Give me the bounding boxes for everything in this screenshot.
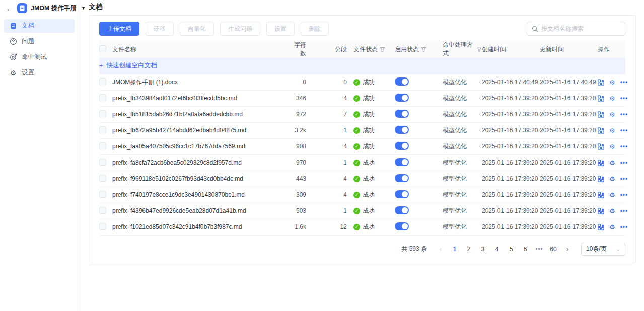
page-button-6[interactable]: 6: [520, 244, 531, 255]
row-checkbox[interactable]: [99, 78, 106, 85]
row-checkbox[interactable]: [99, 126, 106, 133]
page-button-60[interactable]: 60: [548, 244, 559, 255]
enable-toggle[interactable]: [395, 126, 409, 134]
gear-icon[interactable]: ⚙: [609, 79, 615, 86]
sidebar-item-question[interactable]: 问题: [4, 35, 75, 48]
segments-icon[interactable]: [598, 79, 604, 86]
col-file-status[interactable]: 文件状态: [353, 41, 395, 58]
segments-icon[interactable]: [598, 191, 604, 198]
page-button-5[interactable]: 5: [506, 244, 517, 255]
gear-icon[interactable]: ⚙: [609, 191, 615, 198]
char-count: 309: [289, 187, 319, 203]
enable-toggle[interactable]: [395, 222, 409, 230]
gear-icon[interactable]: ⚙: [609, 207, 615, 214]
success-check-icon: ✓: [353, 192, 360, 198]
gear-icon[interactable]: ⚙: [609, 223, 615, 230]
file-status: ✓成功: [353, 142, 375, 151]
row-checkbox[interactable]: [99, 191, 106, 198]
more-actions-icon[interactable]: •••: [620, 111, 628, 118]
toolbar-button-3[interactable]: 设置: [266, 22, 295, 36]
file-name[interactable]: prefix_fb51815dab26d71bf2a0afa6addedcbb.…: [112, 111, 243, 118]
page-button-3[interactable]: 3: [477, 244, 488, 255]
enable-toggle[interactable]: [395, 174, 409, 182]
sidebar-item-gear[interactable]: ⚙设置: [4, 66, 75, 80]
page-button-1[interactable]: 1: [449, 244, 460, 255]
row-checkbox[interactable]: [99, 94, 106, 101]
segments-icon[interactable]: [598, 95, 604, 102]
gear-icon[interactable]: ⚙: [609, 95, 615, 102]
file-name[interactable]: prefix_fa8cfa72acb6bea5c029329c8d2f957d.…: [112, 159, 242, 166]
col-hit-method[interactable]: 命中处理方式: [443, 41, 482, 58]
toolbar-button-0[interactable]: 迁移: [146, 22, 174, 36]
more-actions-icon[interactable]: •••: [620, 143, 628, 150]
file-name[interactable]: prefix_f740197e8cce1c9dc3e4901430870bc1.…: [112, 191, 245, 198]
enable-toggle[interactable]: [395, 110, 409, 118]
hit-method: 模型优化: [443, 187, 482, 203]
file-name[interactable]: prefix_f969118e5102c0267fb93d43cd0bb4dc.…: [112, 175, 243, 182]
page-button-2[interactable]: 2: [463, 244, 474, 255]
segments-icon[interactable]: [598, 127, 604, 134]
file-name[interactable]: prefix_f4396b47ed9926cde5eab28d07d1a41b.…: [112, 207, 246, 214]
hit-method: 模型优化: [443, 122, 482, 138]
upload-document-button[interactable]: 上传文档: [99, 22, 139, 36]
row-actions: ⚙ •••: [598, 223, 625, 230]
page-button-4[interactable]: 4: [491, 244, 503, 255]
filter-icon[interactable]: [380, 47, 385, 52]
more-actions-icon[interactable]: •••: [620, 79, 628, 86]
segments-icon[interactable]: [598, 143, 604, 150]
quick-create-row[interactable]: +快速创建空白文档: [99, 58, 625, 74]
enable-toggle[interactable]: [395, 158, 409, 166]
row-checkbox[interactable]: [99, 110, 106, 117]
back-icon[interactable]: ←: [6, 5, 14, 12]
page-size-select[interactable]: 10条/页 ⌄: [581, 243, 625, 256]
col-enable-status[interactable]: 启用状态: [395, 41, 443, 58]
prev-page-button[interactable]: ‹: [435, 244, 446, 255]
file-name[interactable]: prefix_f1021ed85d07c342c91b4f0b7b3f987c.…: [112, 223, 242, 230]
file-name[interactable]: JMOM操作手册 (1).docx: [112, 79, 178, 86]
filter-icon[interactable]: [477, 47, 482, 52]
page-ellipsis[interactable]: •••: [534, 244, 545, 255]
more-actions-icon[interactable]: •••: [620, 95, 628, 102]
segments-icon[interactable]: [598, 111, 604, 118]
enable-toggle[interactable]: [395, 206, 409, 214]
more-actions-icon[interactable]: •••: [620, 191, 628, 198]
toolbar-button-2[interactable]: 生成问题: [220, 22, 260, 36]
segments-icon[interactable]: [598, 175, 604, 182]
search-input[interactable]: [541, 25, 620, 32]
gear-icon[interactable]: ⚙: [609, 143, 615, 150]
row-checkbox[interactable]: [99, 207, 106, 214]
toolbar-button-4[interactable]: 删除: [301, 22, 329, 36]
enable-toggle[interactable]: [395, 77, 409, 86]
enable-toggle[interactable]: [395, 190, 409, 198]
toolbar-button-1[interactable]: 向量化: [180, 22, 214, 36]
more-actions-icon[interactable]: •••: [620, 223, 628, 230]
gear-icon[interactable]: ⚙: [609, 175, 615, 182]
gear-icon[interactable]: ⚙: [609, 127, 615, 134]
gear-icon[interactable]: ⚙: [609, 159, 615, 166]
file-name[interactable]: prefix_faa05a407505c96cc1c17b767dda7569.…: [112, 143, 245, 150]
row-checkbox[interactable]: [99, 142, 106, 149]
sidebar-item-document[interactable]: 文档: [4, 19, 75, 33]
file-name[interactable]: prefix_fb672a95b42714abdd62edbab4d04875.…: [112, 127, 246, 134]
segments-icon[interactable]: [598, 207, 604, 214]
enable-toggle[interactable]: [395, 94, 409, 102]
more-actions-icon[interactable]: •••: [620, 127, 628, 134]
file-status: ✓成功: [353, 175, 375, 183]
next-page-button[interactable]: ›: [562, 244, 573, 255]
filter-icon[interactable]: [421, 47, 426, 52]
gear-icon[interactable]: ⚙: [609, 111, 615, 118]
row-checkbox[interactable]: [99, 159, 106, 166]
more-actions-icon[interactable]: •••: [620, 159, 628, 166]
file-name[interactable]: prefix_fb343984adf0172ef6bc0f3ffecdd5bc.…: [112, 95, 237, 102]
enable-toggle[interactable]: [395, 142, 409, 150]
more-actions-icon[interactable]: •••: [620, 207, 628, 214]
segments-icon[interactable]: [598, 159, 604, 166]
updated-time: 2025-01-16 17:39:20: [540, 122, 598, 138]
row-checkbox[interactable]: [99, 223, 106, 230]
select-all-checkbox[interactable]: [99, 45, 106, 52]
segments-icon[interactable]: [598, 223, 604, 230]
sidebar-item-target[interactable]: 命中测试: [4, 50, 75, 64]
more-actions-icon[interactable]: •••: [620, 175, 628, 182]
updated-time: 2025-01-16 17:39:20: [540, 138, 598, 154]
row-checkbox[interactable]: [99, 175, 106, 182]
